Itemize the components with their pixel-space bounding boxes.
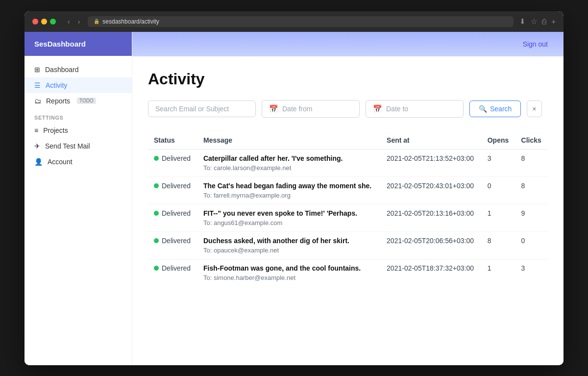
close-button[interactable] [32,19,38,25]
col-message: Message [197,131,381,150]
date-from-input[interactable]: 📅 Date from [262,100,360,118]
sidebar-item-dashboard[interactable]: ⊞ Dashboard [24,62,132,77]
app-layout: SesDashboard ⊞ Dashboard ☰ Activity 🗂 Re… [24,32,564,365]
sidebar-item-reports[interactable]: 🗂 Reports TODO [24,93,132,109]
forward-button[interactable]: › [76,17,82,26]
account-icon: 👤 [34,158,43,166]
address-bar[interactable]: 🔒 sesdashboard/activity [88,16,514,27]
col-opens: Opens [482,131,515,150]
col-status: Status [148,131,197,150]
sidebar-item-projects[interactable]: ≡ Projects [24,123,132,138]
date-to-placeholder: Date to [386,105,408,113]
row-message: FIT--" you never even spoke to Time!' 'P… [197,204,381,231]
share-icon[interactable]: ⎙ [542,17,546,26]
sign-out-button[interactable]: Sign out [523,40,548,48]
main-content: Sign out Activity 📅 Date from 📅 Date to [132,32,564,365]
row-status: Delivered [148,149,197,176]
sidebar-item-account[interactable]: 👤 Account [24,154,132,170]
date-from-placeholder: Date from [282,105,312,113]
send-test-mail-icon: ✈ [34,142,40,150]
row-sent-at: 2021-02-05T20:06:56+03:00 [381,231,482,259]
browser-actions: ⬇ ☆ ⎙ + [519,17,556,26]
sidebar-label-dashboard: Dashboard [45,66,79,74]
message-to: To: opaucek@example.net [203,247,375,254]
search-icon: 🔍 [479,105,487,113]
traffic-lights [32,19,56,25]
row-sent-at: 2021-02-05T20:43:01+03:00 [381,176,482,204]
status-dot [154,156,159,161]
status-dot [154,211,159,216]
message-subject: FIT--" you never even spoke to Time!' 'P… [203,209,375,217]
row-clicks: 9 [515,204,548,231]
status-dot [154,183,159,188]
browser-controls: ‹ › [66,17,82,26]
message-subject: Duchess asked, with another dig of her s… [203,237,375,245]
back-button[interactable]: ‹ [66,17,72,26]
message-subject: The Cat's head began fading away the mom… [203,182,375,190]
sidebar-label-activity: Activity [46,81,67,89]
row-sent-at: 2021-02-05T21:13:52+03:00 [381,149,482,176]
row-message: The Cat's head began fading away the mom… [197,176,381,204]
col-clicks: Clicks [515,131,548,150]
sidebar-label-send-test-mail: Send Test Mail [45,142,90,150]
minimize-button[interactable] [41,19,47,25]
sidebar-nav: ⊞ Dashboard ☰ Activity 🗂 Reports TODO SE… [24,56,132,175]
page-title: Activity [148,70,548,88]
row-clicks: 8 [515,176,548,204]
row-clicks: 3 [515,259,548,286]
browser-chrome: ‹ › 🔒 sesdashboard/activity ⬇ ☆ ⎙ + [24,11,564,32]
calendar-to-icon: 📅 [373,104,382,113]
row-clicks: 8 [515,149,548,176]
sidebar: SesDashboard ⊞ Dashboard ☰ Activity 🗂 Re… [24,32,132,365]
search-button[interactable]: 🔍 Search [469,100,521,117]
maximize-button[interactable] [50,19,56,25]
address-text: sesdashboard/activity [102,18,159,25]
calendar-from-icon: 📅 [269,104,278,113]
main-body: Activity 📅 Date from 📅 Date to 🔍 Search [132,56,564,365]
row-status: Delivered [148,231,197,259]
sidebar-item-send-test-mail[interactable]: ✈ Send Test Mail [24,138,132,154]
status-label: Delivered [162,182,191,190]
row-message: Fish-Footman was gone, and the cool foun… [197,259,381,286]
browser-window: ‹ › 🔒 sesdashboard/activity ⬇ ☆ ⎙ + SesD… [24,11,564,365]
sidebar-label-reports: Reports [46,97,70,105]
row-status: Delivered [148,176,197,204]
row-sent-at: 2021-02-05T18:37:32+03:00 [381,259,482,286]
status-label: Delivered [162,237,191,245]
table-body: Delivered Caterpillar called after her. … [148,149,548,286]
status-label: Delivered [162,264,191,272]
status-label: Delivered [162,209,191,217]
col-sent-at: Sent at [381,131,482,150]
lock-icon: 🔒 [94,19,99,24]
bookmark-icon[interactable]: ☆ [531,17,537,26]
new-tab-icon[interactable]: + [551,17,556,26]
row-status: Delivered [148,204,197,231]
sidebar-item-activity[interactable]: ☰ Activity [24,77,132,93]
table-header: Status Message Sent at Opens Clicks [148,131,548,150]
message-to: To: simone.harber@example.net [203,274,375,281]
dashboard-icon: ⊞ [34,66,40,74]
search-input[interactable] [148,100,256,117]
activity-icon: ☰ [34,81,41,89]
row-opens: 8 [482,231,515,259]
reports-icon: 🗂 [34,97,41,105]
row-opens: 0 [482,176,515,204]
table-row: Delivered The Cat's head began fading aw… [148,176,548,204]
search-button-label: Search [490,105,512,113]
row-sent-at: 2021-02-05T20:13:16+03:00 [381,204,482,231]
message-subject: Caterpillar called after her. 'I've some… [203,154,375,162]
row-message: Duchess asked, with another dig of her s… [197,231,381,259]
message-subject: Fish-Footman was gone, and the cool foun… [203,264,375,272]
activity-table: Status Message Sent at Opens Clicks Deli… [148,131,548,286]
download-icon[interactable]: ⬇ [519,17,526,26]
sidebar-brand: SesDashboard [24,32,132,56]
date-to-input[interactable]: 📅 Date to [366,100,464,118]
status-dot [154,266,159,271]
row-opens: 1 [482,259,515,286]
sidebar-label-account: Account [48,158,73,166]
table-row: Delivered Caterpillar called after her. … [148,149,548,176]
row-message: Caterpillar called after her. 'I've some… [197,149,381,176]
clear-button[interactable]: × [527,100,541,117]
filter-bar: 📅 Date from 📅 Date to 🔍 Search × [148,100,548,118]
status-label: Delivered [162,154,191,162]
